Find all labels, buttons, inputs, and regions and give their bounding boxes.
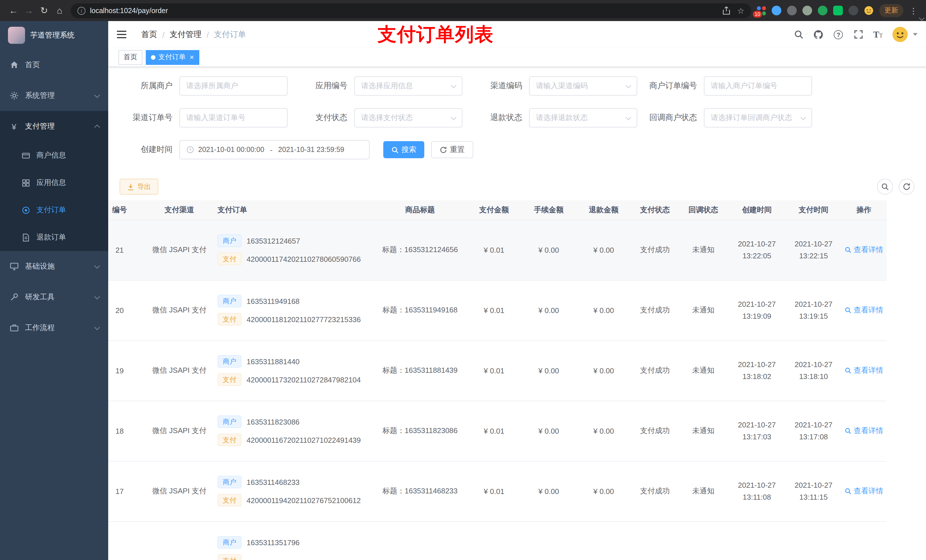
- pay-tag: 支付: [218, 554, 242, 560]
- url-text[interactable]: localhost:1024/pay/order: [90, 6, 168, 15]
- callback-status-select[interactable]: 请选择订单回调商户状态: [704, 108, 812, 127]
- sidebar-item-devtools[interactable]: 研发工具: [0, 282, 108, 312]
- extension-icon[interactable]: [787, 6, 797, 15]
- cell-status: 支付成功: [631, 280, 679, 340]
- briefcase-icon: [9, 323, 19, 333]
- tab-pay-order[interactable]: 支付订单 ×: [146, 50, 199, 65]
- date-range-end: 2021-10-31 23:59:59: [278, 146, 344, 154]
- cell-pay-order: 商户1635311881440 支付4200001173202110272847…: [211, 340, 373, 401]
- breadcrumb-section[interactable]: 支付管理: [170, 29, 201, 39]
- app-logo-avatar: [8, 27, 25, 44]
- chevron-down-icon: [626, 114, 631, 120]
- col-notify: 回调状态: [679, 200, 728, 220]
- browser-reload-icon[interactable]: ↻: [36, 3, 52, 18]
- view-detail-link[interactable]: 查看详情: [844, 305, 883, 315]
- channel-order-no-input[interactable]: 请输入渠道订单号: [179, 108, 287, 127]
- filter-label-merchant-order-no: 商户订单编号: [644, 81, 704, 91]
- sidebar-item-refund-order[interactable]: 退款订单: [0, 223, 108, 251]
- browser-profile-avatar[interactable]: [864, 6, 874, 15]
- extension-icon[interactable]: [802, 6, 812, 15]
- table-row[interactable]: 商户1635311351796 支付: [108, 521, 887, 560]
- fullscreen-icon[interactable]: [853, 29, 863, 39]
- merchant-select[interactable]: 请选择所属商户: [179, 76, 287, 96]
- cell-pay-time: 2021-10-2713:18:10: [786, 340, 841, 401]
- cell-notify: 未通知: [679, 280, 728, 340]
- search-button[interactable]: 搜索: [383, 141, 424, 158]
- cell-pay-time: 2021-10-2713:11:15: [786, 461, 841, 521]
- extension-dots-icon[interactable]: 10: [757, 6, 766, 15]
- bookmark-star-icon[interactable]: ☆: [737, 6, 744, 15]
- app-logo[interactable]: 芋道管理系统: [0, 21, 108, 50]
- toggle-search-button[interactable]: [877, 179, 893, 195]
- sidebar-item-payment[interactable]: ¥ 支付管理: [0, 111, 108, 142]
- cell-pay-time: 2021-10-2713:19:15: [786, 280, 841, 340]
- site-info-icon[interactable]: i: [77, 6, 85, 15]
- table-row[interactable]: 20 微信 JSAPI 支付 商户1635311949168 支付4200001…: [108, 280, 887, 340]
- breadcrumb-home[interactable]: 首页: [141, 29, 157, 39]
- cell-fee: [521, 521, 576, 560]
- create-time-range-picker[interactable]: 2021-10-01 00:00:00 - 2021-10-31 23:59:5…: [179, 140, 369, 159]
- cell-pay-order: 商户1635311351796 支付: [211, 521, 373, 560]
- github-icon[interactable]: [813, 29, 823, 39]
- extension-icon[interactable]: [772, 6, 781, 15]
- cell-status: 支付成功: [631, 461, 679, 521]
- chevron-up-icon: [94, 124, 100, 130]
- sidebar-toggle[interactable]: [117, 30, 127, 39]
- sidebar-item-app-info[interactable]: 应用信息: [0, 169, 108, 196]
- pay-tag: 支付: [218, 373, 242, 386]
- view-detail-link[interactable]: 查看详情: [844, 486, 883, 496]
- extension-icon[interactable]: [818, 6, 828, 15]
- app-select[interactable]: 请选择应用信息: [354, 76, 462, 96]
- reset-button[interactable]: 重置: [431, 141, 473, 158]
- cell-title: 标题：1635312124656: [373, 220, 467, 280]
- cell-status: 支付成功: [631, 340, 679, 401]
- sidebar-item-workflow[interactable]: 工作流程: [0, 312, 108, 343]
- refund-status-select[interactable]: 请选择退款状态: [529, 108, 637, 127]
- table-row[interactable]: 18 微信 JSAPI 支付 商户1635311823086 支付4200001…: [108, 401, 887, 461]
- app-title: 芋道管理系统: [30, 30, 75, 41]
- browser-menu-icon[interactable]: ⋮: [909, 6, 918, 15]
- sidebar-item-system[interactable]: 系统管理: [0, 80, 108, 111]
- user-avatar[interactable]: [893, 27, 908, 42]
- tab-close-icon[interactable]: ×: [190, 53, 194, 61]
- refresh-button[interactable]: [899, 179, 915, 195]
- cell-refund: ¥ 0.00: [576, 461, 631, 521]
- export-button[interactable]: 导出: [120, 179, 158, 195]
- table-row[interactable]: 21 微信 JSAPI 支付 商户1635312124657 支付4200001…: [108, 220, 887, 280]
- extension-icon[interactable]: [849, 6, 858, 15]
- sidebar-item-pay-order[interactable]: 支付订单: [0, 196, 108, 223]
- cell-create-time: 2021-10-2713:11:08: [728, 461, 786, 521]
- view-detail-link[interactable]: 查看详情: [844, 365, 883, 376]
- address-bar[interactable]: i localhost:1024/pay/order ☆: [71, 3, 751, 18]
- app-header: 首页 / 支付管理 / 支付订单 支付订单列表 ?: [108, 21, 926, 48]
- table-row[interactable]: 17 微信 JSAPI 支付 商户1635311468233 支付4200001…: [108, 461, 887, 521]
- wechat-devtools-extension-icon[interactable]: [833, 6, 843, 15]
- pay-status-select[interactable]: 请选择支付状态: [354, 108, 462, 127]
- view-detail-link[interactable]: 查看详情: [844, 245, 883, 255]
- sidebar-item-merchant-info[interactable]: 商户信息: [0, 142, 108, 169]
- cell-notify: 未通知: [679, 340, 728, 401]
- header-search-icon[interactable]: [793, 29, 803, 39]
- help-icon[interactable]: ?: [833, 29, 843, 39]
- cell-id: 21: [108, 220, 148, 280]
- user-menu-caret-icon[interactable]: [913, 33, 917, 36]
- table-header-row: 编号 支付渠道 支付订单 商品标题 支付金额 手续金额 退款金额 支付状态 回调…: [108, 200, 887, 220]
- tab-home[interactable]: 首页: [118, 50, 142, 65]
- merchant-order-no-input[interactable]: 请输入商户订单编号: [704, 76, 812, 96]
- channel-code-select[interactable]: 请输入渠道编码: [529, 76, 637, 96]
- browser-forward-icon[interactable]: →: [21, 3, 36, 18]
- view-detail-link[interactable]: 查看详情: [844, 426, 883, 436]
- browser-home-icon[interactable]: ⌂: [52, 3, 67, 18]
- browser-back-icon[interactable]: ←: [6, 3, 21, 18]
- table-row[interactable]: 19 微信 JSAPI 支付 商户1635311881440 支付4200001…: [108, 340, 887, 401]
- chevron-down-icon: [451, 82, 457, 88]
- chevron-down-icon: [800, 114, 806, 120]
- font-size-icon[interactable]: TT: [873, 29, 883, 39]
- sidebar-item-infrastructure[interactable]: 基础设施: [0, 251, 108, 282]
- share-icon[interactable]: [723, 6, 730, 15]
- cell-channel: 微信 JSAPI 支付: [148, 340, 211, 401]
- sidebar-item-home[interactable]: 首页: [0, 50, 108, 80]
- browser-update-button[interactable]: 更新: [879, 4, 903, 17]
- cell-fee: ¥ 0.00: [521, 401, 576, 461]
- home-icon: [9, 60, 19, 70]
